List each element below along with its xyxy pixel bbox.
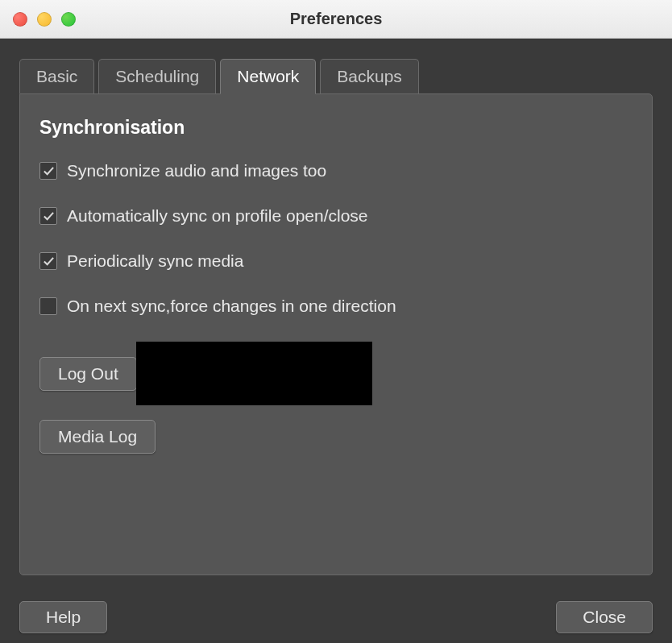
checkbox-autosync[interactable] <box>39 207 57 225</box>
checkbox-label-autosync[interactable]: Automatically sync on profile open/close <box>67 206 368 226</box>
check-icon <box>43 210 55 222</box>
medialog-row: Media Log <box>39 420 633 454</box>
check-icon <box>43 165 55 177</box>
medialog-button[interactable]: Media Log <box>39 420 156 454</box>
tab-scheduling[interactable]: Scheduling <box>98 59 216 93</box>
logout-button[interactable]: Log Out <box>39 357 137 391</box>
tab-backups[interactable]: Backups <box>320 59 419 93</box>
checkbox-row-periodic-sync: Periodically sync media <box>39 251 633 271</box>
footer-buttons: Help Close <box>19 601 653 633</box>
checkbox-sync-audio-images[interactable] <box>39 162 57 180</box>
tab-network[interactable]: Network <box>220 59 316 94</box>
check-icon <box>43 255 55 268</box>
window-title: Preferences <box>290 10 383 28</box>
checkbox-row-sync-media: Synchronize audio and images too <box>39 161 633 180</box>
help-button[interactable]: Help <box>19 601 107 633</box>
redacted-account-info <box>136 342 372 405</box>
checkbox-force-direction[interactable] <box>39 297 57 315</box>
traffic-lights <box>0 12 76 27</box>
close-button[interactable]: Close <box>556 601 653 633</box>
logout-row: Log Out <box>39 342 633 405</box>
tab-content-network: Synchronisation Synchronize audio and im… <box>19 93 653 575</box>
window-minimize-button[interactable] <box>37 12 52 27</box>
section-heading-synchronisation: Synchronisation <box>39 117 633 139</box>
checkbox-label-force-direction[interactable]: On next sync,force changes in one direct… <box>67 297 396 316</box>
tab-basic[interactable]: Basic <box>19 59 94 93</box>
checkbox-periodic-sync[interactable] <box>39 252 57 270</box>
checkbox-row-autosync: Automatically sync on profile open/close <box>39 206 633 226</box>
checkbox-row-force-direction: On next sync,force changes in one direct… <box>39 297 633 316</box>
titlebar: Preferences <box>0 0 672 39</box>
window-body: Basic Scheduling Network Backups Synchro… <box>0 39 672 643</box>
window-close-button[interactable] <box>13 12 27 27</box>
window-maximize-button[interactable] <box>61 12 76 27</box>
checkbox-label-periodic-sync[interactable]: Periodically sync media <box>67 251 243 271</box>
checkbox-label-sync-audio-images[interactable]: Synchronize audio and images too <box>67 161 326 180</box>
tabs-container: Basic Scheduling Network Backups <box>0 39 672 93</box>
